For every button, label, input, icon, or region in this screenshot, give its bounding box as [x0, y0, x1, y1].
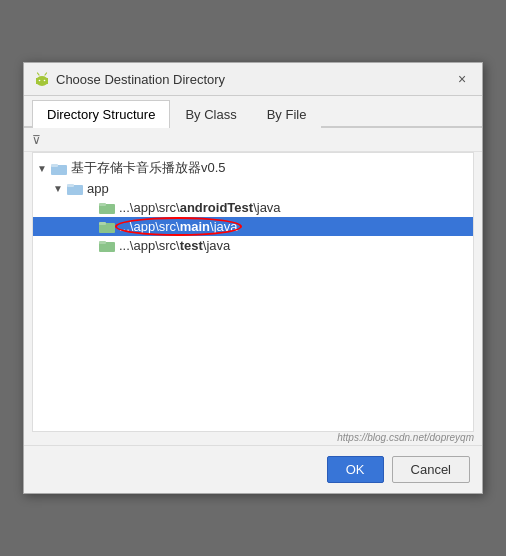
tree-container: ▼ 基于存储卡音乐播放器v0.5 ▼ app: [32, 152, 474, 432]
arrow-test: [85, 240, 99, 251]
svg-line-5: [45, 73, 47, 75]
svg-rect-13: [99, 222, 106, 225]
svg-rect-11: [99, 203, 106, 206]
tab-by-class[interactable]: By Class: [170, 100, 251, 128]
filter-icon: ⊽: [32, 133, 41, 147]
watermark: https://blog.csdn.net/dopreyqm: [24, 432, 482, 445]
arrow-app: ▼: [53, 183, 67, 194]
dialog: Choose Destination Directory × Directory…: [23, 62, 483, 494]
android-icon: [34, 71, 50, 87]
svg-point-2: [39, 80, 41, 82]
svg-rect-9: [67, 184, 74, 187]
close-button[interactable]: ×: [452, 69, 472, 89]
folder-icon-test: [99, 239, 115, 252]
folder-icon-androidtest: [99, 201, 115, 214]
tree-item-androidtest[interactable]: ...\app\src\androidTest\java: [33, 198, 473, 217]
arrow-androidtest: [85, 202, 99, 213]
tabs-container: Directory Structure By Class By File: [24, 96, 482, 128]
tree-label-test: ...\app\src\test\java: [119, 238, 230, 253]
tree-label-androidtest: ...\app\src\androidTest\java: [119, 200, 281, 215]
filter-bar: ⊽: [24, 128, 482, 152]
tree-label-main: ...\app\src\main\java: [119, 219, 238, 234]
dialog-title: Choose Destination Directory: [56, 72, 225, 87]
svg-point-3: [44, 80, 46, 82]
title-bar: Choose Destination Directory ×: [24, 63, 482, 96]
tree-label-app: app: [87, 181, 109, 196]
tree-item-root[interactable]: ▼ 基于存储卡音乐播放器v0.5: [33, 157, 473, 179]
arrow-main: [85, 221, 99, 232]
title-bar-left: Choose Destination Directory: [34, 71, 225, 87]
tree-label-root: 基于存储卡音乐播放器v0.5: [71, 159, 226, 177]
ok-button[interactable]: OK: [327, 456, 384, 483]
svg-rect-15: [99, 241, 106, 244]
tab-directory-structure[interactable]: Directory Structure: [32, 100, 170, 128]
folder-icon-app: [67, 182, 83, 195]
folder-icon-main: [99, 220, 115, 233]
arrow-root: ▼: [37, 163, 51, 174]
tree-item-app[interactable]: ▼ app: [33, 179, 473, 198]
cancel-button[interactable]: Cancel: [392, 456, 470, 483]
folder-icon-root: [51, 162, 67, 175]
tree-item-main[interactable]: ...\app\src\main\java: [33, 217, 473, 236]
svg-rect-1: [36, 78, 48, 84]
tree-item-test[interactable]: ...\app\src\test\java: [33, 236, 473, 255]
svg-rect-7: [51, 164, 58, 167]
svg-line-4: [38, 73, 40, 75]
tab-by-file[interactable]: By File: [252, 100, 322, 128]
footer: OK Cancel: [24, 445, 482, 493]
